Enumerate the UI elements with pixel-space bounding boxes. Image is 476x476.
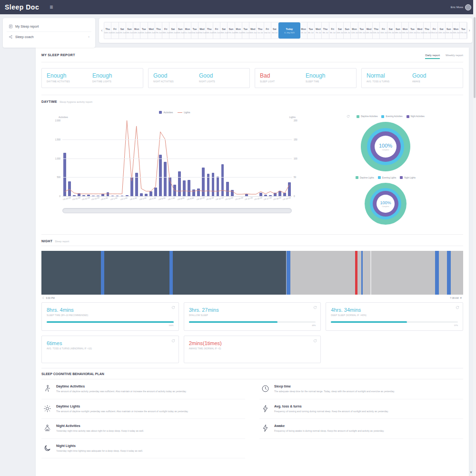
date-cell[interactable]: Mon28th Jun	[235, 22, 242, 39]
plan-grid: Daytime ActivitiesThe amount of daytime …	[41, 379, 463, 458]
plan-item-description: Frequency of being awake is during norma…	[274, 429, 384, 433]
clock-icon	[261, 385, 269, 393]
plan-right-column: Sleep timeThe adequate sleep time for th…	[259, 379, 463, 458]
date-cell[interactable]: Thu17th Jun	[155, 22, 162, 39]
refresh-icon[interactable]	[171, 306, 175, 309]
date-day: Sun	[229, 28, 233, 30]
donut-hole: 100% Complete	[375, 136, 397, 158]
refresh-icon[interactable]	[313, 306, 317, 309]
night-subtitle: Sleep report	[55, 240, 69, 243]
donut-legend-item: Evening Lights	[378, 176, 397, 179]
progress-track	[47, 321, 174, 323]
metric-label: NIGHT ACTIVITIES	[153, 80, 199, 83]
date-cell[interactable]: Tue15th Jun	[140, 22, 148, 39]
date-cell[interactable]: Fri23rd Jul	[431, 22, 438, 39]
metric-value: Good	[153, 72, 199, 79]
date-cell[interactable]: Wed30th Jun	[249, 22, 257, 39]
date-cell[interactable]: Wed21st Jul	[416, 22, 424, 39]
plan-item-title: Avg. toss & turns	[274, 405, 388, 408]
x-axis-label: 7/3 21:00	[72, 197, 80, 201]
coach-icon	[9, 35, 13, 39]
date-cell[interactable]: Fri11th Jun	[111, 22, 119, 39]
date-cell[interactable]: Sun11th Jul	[344, 22, 351, 39]
date-cell-today[interactable]: Today4, July 2021	[278, 22, 300, 39]
date-cell[interactable]: Wed23rd Jun	[198, 22, 206, 39]
date-cell[interactable]: Sun27th Jun	[228, 22, 235, 39]
plan-item-avg-toss-turns: Avg. toss & turnsFrequency of tossing an…	[259, 399, 463, 419]
stat-label: SLEEP TIME (8H~10 RECOMMENDED)	[47, 314, 174, 317]
date-day: Sat	[273, 28, 277, 30]
date-day: Wed	[149, 28, 153, 30]
hamburger-icon[interactable]: ≡	[50, 4, 53, 10]
refresh-icon[interactable]	[313, 339, 317, 343]
date-cell[interactable]: Sat17th Jul	[387, 22, 395, 39]
date-cell[interactable]: Tue27th Jul	[460, 22, 467, 39]
date-cell[interactable]: Thu10th Jun	[104, 22, 111, 39]
metric-value: Bad	[260, 72, 306, 79]
date-cell[interactable]: Fri9th Jul	[329, 22, 337, 39]
date-cell[interactable]: Sat26th Jun	[220, 22, 228, 39]
date-cell[interactable]: Sat19th Jun	[169, 22, 177, 39]
date-cell[interactable]: Sat3rd Jul	[271, 22, 278, 39]
date-cell[interactable]: Mon21st Jun	[184, 22, 191, 39]
stat-value: 8hrs. 4mins	[47, 307, 174, 313]
date-cell[interactable]: Thu1st Jul	[257, 22, 264, 39]
lights-donut: Daytime LightsEvening LightsNight Lights…	[356, 176, 416, 225]
date-cell[interactable]: Fri16th Jul	[380, 22, 387, 39]
date-cell[interactable]: Fri25th Jun	[213, 22, 220, 39]
tab-daily-report[interactable]: Daily report	[425, 54, 440, 59]
date-cell[interactable]: Tue13th Jul	[358, 22, 366, 39]
date-cell[interactable]: Sun25th Jul	[446, 22, 453, 39]
date-cell[interactable]: Tue29th Jun	[242, 22, 249, 39]
date-cell[interactable]: Mon26th Jul	[453, 22, 460, 39]
date-cell[interactable]: Fri2nd Jul	[264, 22, 271, 39]
date-cell[interactable]: Thu8th Jul	[322, 22, 329, 39]
date-cell[interactable]: Wed7th Jul	[315, 22, 322, 39]
date-cell[interactable]: Mon5th Jul	[300, 22, 307, 39]
date-label: 16th Jul	[380, 31, 387, 34]
date-cell[interactable]: Sat10th Jul	[337, 22, 344, 39]
date-cell[interactable]: Sun20th Jun	[177, 22, 184, 39]
date-cell[interactable]: Mon14th Jun	[133, 22, 140, 39]
stat-card: 4hrs. 34minsDEEP SLEEP (NORMAL IF >40%)5…	[326, 302, 463, 331]
date-cell[interactable]: Tue22nd Jun	[191, 22, 198, 39]
tab-weekly-report[interactable]: Weekly report	[446, 54, 463, 59]
date-cell[interactable]: Mon19th Jul	[402, 22, 409, 39]
prev-arrow[interactable]: ‹	[100, 28, 104, 33]
date-cell[interactable]: Tue6th Jul	[307, 22, 315, 39]
scrollbar-thumb[interactable]	[474, 17, 476, 98]
refresh-icon[interactable]	[456, 306, 459, 309]
date-cell[interactable]: Sat24th Jul	[438, 22, 445, 39]
plan-texts: Daytime ActivitiesThe amount of daytime …	[56, 385, 187, 394]
plan-item-awake: AwakeFrequency of being awake is during …	[259, 419, 463, 439]
date-day: Sat	[338, 28, 342, 30]
refresh-icon[interactable]	[171, 339, 175, 343]
user-menu[interactable]: Eric Moss	[451, 4, 471, 10]
sidebar-item-my-sleep-report[interactable]: My Sleep report	[7, 21, 91, 31]
scroll-down-chevron-icon[interactable]: ∨	[470, 470, 472, 474]
next-arrow[interactable]: ›	[467, 28, 471, 33]
date-day: Wed	[316, 28, 320, 30]
refresh-icon[interactable]	[347, 115, 350, 118]
date-cell[interactable]: Wed14th Jul	[366, 22, 373, 39]
sidebar-item-sleep-coach[interactable]: Sleep coach ›	[7, 31, 91, 42]
donut-value: 100%	[379, 143, 392, 149]
page-scrollbar	[473, 0, 476, 476]
date-cell[interactable]: Fri18th Jun	[162, 22, 169, 39]
date-label: 28th Jun	[235, 31, 242, 34]
donut-legend-item: Night Lights	[400, 176, 416, 179]
date-cell[interactable]: Thu24th Jun	[206, 22, 213, 39]
bolt-icon	[261, 424, 269, 432]
date-cell[interactable]: Thu22nd Jul	[424, 22, 431, 39]
marker-stripe	[370, 251, 371, 295]
date-cell[interactable]: Thu15th Jul	[373, 22, 380, 39]
date-label: 13th Jun	[126, 31, 133, 34]
date-cell[interactable]: Sat12th Jun	[119, 22, 126, 39]
date-label: 23rd Jul	[431, 31, 437, 34]
date-cell[interactable]: Mon12th Jul	[351, 22, 358, 39]
date-cell[interactable]: Sun13th Jun	[126, 22, 133, 39]
chart-navigator[interactable]	[62, 208, 292, 213]
date-cell[interactable]: Tue20th Jul	[409, 22, 416, 39]
date-cell[interactable]: Wed16th Jun	[148, 22, 155, 39]
date-cell[interactable]: Sun18th Jul	[395, 22, 402, 39]
